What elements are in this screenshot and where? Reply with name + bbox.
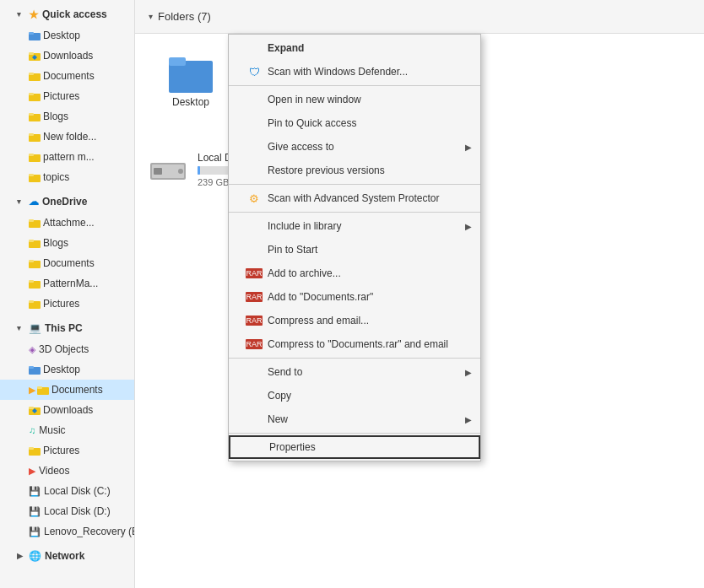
sidebar-item-desktop-qa[interactable]: Desktop xyxy=(0,25,134,46)
thispc-chevron: ▾ xyxy=(17,324,27,332)
ctx-separator-2 xyxy=(229,184,480,185)
ctx-add-docs-rar[interactable]: RAR Add to "Documents.rar" xyxy=(229,285,480,309)
disk-bar-fill xyxy=(198,166,200,175)
ctx-scan-asp-label: Scan with Advanced System Protector xyxy=(268,192,439,204)
ctx-expand-label: Expand xyxy=(268,42,304,54)
sidebar-item-newfolder-qa[interactable]: New folde... xyxy=(0,127,134,147)
sidebar-item-3dobjects[interactable]: ◈ 3D Objects xyxy=(0,339,134,359)
sidebar-item-label: Videos xyxy=(39,465,69,477)
ctx-expand[interactable]: Expand xyxy=(229,36,480,60)
folder-icon xyxy=(29,278,41,289)
folder-icon xyxy=(29,132,41,142)
folder-icon xyxy=(29,238,41,248)
sidebar-item-blogs-od[interactable]: Blogs xyxy=(0,233,134,253)
tile-desktop[interactable]: Desktop xyxy=(149,47,233,115)
ctx-open-new-window[interactable]: Open in new window xyxy=(229,88,480,111)
sidebar-item-locald[interactable]: 💾 Local Disk (D:) xyxy=(0,501,134,521)
folder-tile-icon-desktop xyxy=(169,54,213,93)
ctx-scan-defender[interactable]: 🛡 Scan with Windows Defender... xyxy=(229,60,480,84)
svg-rect-8 xyxy=(29,93,34,95)
ctx-give-access-label: Give access to xyxy=(268,141,334,153)
sidebar-item-label: Desktop xyxy=(43,30,80,41)
sidebar-item-label: Local Disk (D:) xyxy=(44,505,111,517)
sidebar-item-localc[interactable]: 💾 Local Disk (C:) xyxy=(0,481,134,501)
sidebar-item-pictures-od[interactable]: Pictures xyxy=(0,294,134,314)
ctx-add-archive[interactable]: RAR Add to archive... xyxy=(229,262,480,285)
thispc-header[interactable]: ▾ 💻 This PC xyxy=(0,317,134,339)
ctx-new[interactable]: New ▶ xyxy=(229,407,480,431)
sidebar-item-documents-od[interactable]: Documents xyxy=(0,253,134,273)
cloud-icon: ☁ xyxy=(29,196,39,208)
quick-access-header[interactable]: ▾ ★ Quick access xyxy=(0,3,134,25)
video-icon: ▶ xyxy=(29,466,35,477)
onedrive-label: OneDrive xyxy=(42,196,87,208)
svg-rect-3 xyxy=(29,52,34,55)
sidebar-item-patternma-od[interactable]: PatternMa... xyxy=(0,273,134,294)
sidebar-item-music-pc[interactable]: ♫ Music xyxy=(0,420,134,440)
ctx-scan-asp[interactable]: ⚙ Scan with Advanced System Protector xyxy=(229,186,480,210)
svg-rect-49 xyxy=(154,168,162,175)
ctx-open-new-window-label: Open in new window xyxy=(268,94,361,105)
svg-rect-14 xyxy=(29,154,34,156)
onedrive-header[interactable]: ▾ ☁ OneDrive xyxy=(0,191,134,213)
sidebar-item-label: topics xyxy=(43,171,69,183)
folder-icon xyxy=(29,152,41,162)
svg-rect-16 xyxy=(29,174,34,176)
ctx-copy[interactable]: Copy xyxy=(229,384,480,407)
ctx-restore[interactable]: Restore previous versions xyxy=(229,159,480,182)
folder-icon xyxy=(29,30,41,40)
sidebar-item-label: New folde... xyxy=(43,131,96,143)
ctx-separator-5 xyxy=(229,433,480,434)
drive-d-icon: 💾 xyxy=(29,506,41,517)
3d-icon: ◈ xyxy=(29,344,35,355)
ctx-compress-email[interactable]: RAR Compress and email... xyxy=(229,309,480,332)
new-arrow: ▶ xyxy=(465,415,472,424)
ctx-new-label: New xyxy=(268,413,288,425)
send-to-arrow: ▶ xyxy=(465,368,472,377)
network-header[interactable]: ▶ 🌐 Network xyxy=(0,545,134,567)
drive-c-icon: 💾 xyxy=(29,486,41,497)
ctx-give-access[interactable]: Give access to ▶ xyxy=(229,135,480,159)
top-bar: ▾ Folders (7) xyxy=(135,0,704,34)
sidebar-item-downloads-qa[interactable]: Downloads xyxy=(0,46,134,66)
folder-icon xyxy=(29,364,41,375)
svg-rect-26 xyxy=(29,300,34,303)
ctx-compress-email-label: Compress and email... xyxy=(268,315,369,326)
ctx-include-library[interactable]: Include in library ▶ xyxy=(229,214,480,238)
sidebar-item-attachments-od[interactable]: Attachme... xyxy=(0,213,134,233)
svg-rect-32 xyxy=(29,407,34,409)
folder-icon xyxy=(37,385,49,395)
sidebar-item-label: Pictures xyxy=(43,445,79,456)
context-menu: Expand 🛡 Scan with Windows Defender... O… xyxy=(228,34,481,461)
svg-rect-20 xyxy=(29,240,34,242)
ctx-compress-docs-email[interactable]: RAR Compress to "Documents.rar" and emai… xyxy=(229,332,480,356)
ctx-separator-4 xyxy=(229,358,480,359)
sidebar-item-recovery[interactable]: 💾 Lenovo_Recovery (E... xyxy=(0,521,134,542)
sidebar-item-downloads-pc[interactable]: Downloads xyxy=(0,400,134,420)
ctx-pin-quick[interactable]: Pin to Quick access xyxy=(229,111,480,135)
folder-icon xyxy=(29,91,41,101)
sidebar-item-documents-pc[interactable]: ▶ Documents xyxy=(0,380,134,400)
sidebar-item-topics-qa[interactable]: topics xyxy=(0,167,134,187)
sidebar-item-pictures-qa[interactable]: Pictures xyxy=(0,86,134,106)
svg-rect-37 xyxy=(169,57,186,66)
ctx-copy-label: Copy xyxy=(268,390,291,402)
ctx-send-to[interactable]: Send to ▶ xyxy=(229,360,480,384)
sidebar-item-label: Pictures xyxy=(43,90,79,102)
sidebar-item-blogs-qa[interactable]: Blogs xyxy=(0,106,134,127)
ctx-pin-start[interactable]: Pin to Start xyxy=(229,238,480,262)
sidebar-item-videos-pc[interactable]: ▶ Videos xyxy=(0,461,134,481)
sidebar-item-label: PatternMa... xyxy=(43,278,98,289)
ctx-properties[interactable]: Properties xyxy=(229,435,480,459)
svg-rect-35 xyxy=(29,447,34,450)
sidebar-item-label: Pictures xyxy=(43,298,79,310)
folder-svg-desktop xyxy=(169,54,213,93)
sidebar-item-desktop-pc[interactable]: Desktop xyxy=(0,359,134,380)
sidebar-item-documents-qa[interactable]: Documents xyxy=(0,66,134,86)
svg-rect-1 xyxy=(29,32,34,35)
sidebar-item-pictures-pc[interactable]: Pictures xyxy=(0,440,134,461)
folders-chevron: ▾ xyxy=(149,12,153,21)
sidebar-item-pattern-qa[interactable]: pattern m... xyxy=(0,147,134,167)
rar-icon-1: RAR xyxy=(246,268,263,278)
main-content: ▾ Folders (7) Desktop xyxy=(135,0,704,588)
